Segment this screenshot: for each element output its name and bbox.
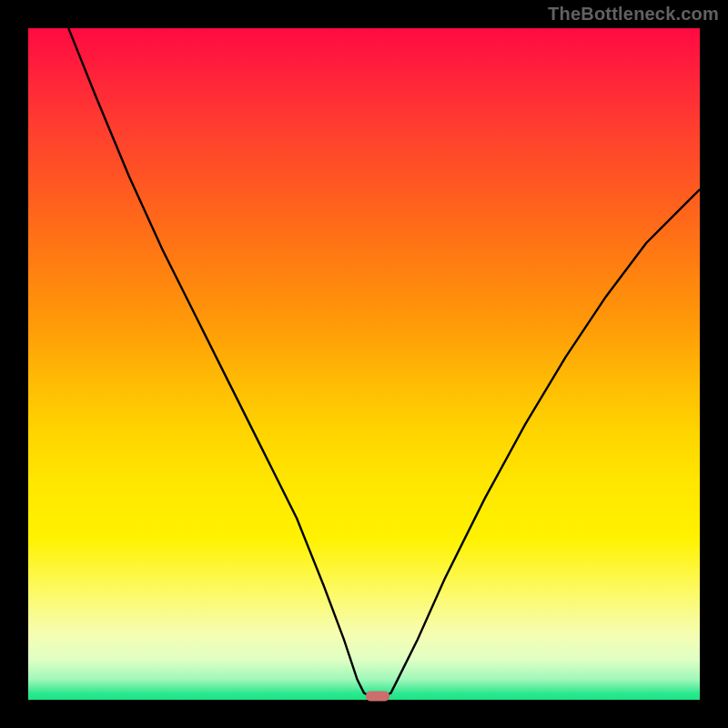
chart-frame: TheBottleneck.com <box>0 0 728 728</box>
optimal-point-marker <box>366 692 389 702</box>
bottleneck-curve <box>28 28 700 700</box>
curve-path <box>68 28 700 696</box>
plot-area <box>28 28 700 700</box>
watermark-text: TheBottleneck.com <box>548 4 719 25</box>
